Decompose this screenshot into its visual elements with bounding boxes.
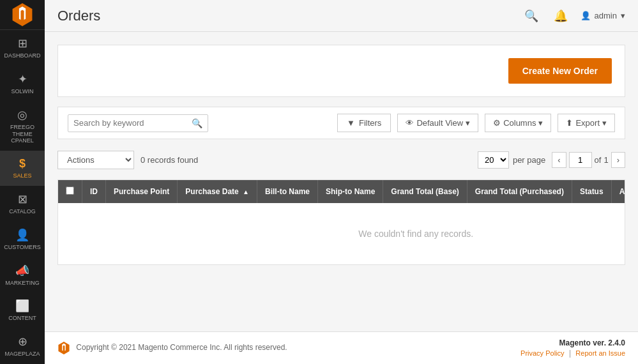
user-avatar-icon: 👤 (581, 11, 591, 20)
actions-left: Actions 0 records found (57, 151, 198, 169)
sidebar-item-freego[interactable]: ◎ FREEGO THEME CPANEL (0, 102, 45, 151)
per-page-select[interactable]: 20 (478, 151, 509, 169)
columns-chevron-icon: ▾ (538, 118, 543, 128)
report-issue-link[interactable]: Report an Issue (575, 349, 625, 357)
dashboard-icon: ⊞ (18, 36, 27, 50)
view-chevron-icon: ▾ (466, 118, 470, 128)
export-icon: ⬆ (566, 118, 573, 128)
export-label: Export (575, 118, 600, 128)
create-new-order-button[interactable]: Create New Order (508, 58, 612, 84)
magento-version: Magento ver. 2.4.0 (559, 338, 625, 347)
copyright-text: Copyright © 2021 Magento Commerce Inc. A… (76, 343, 287, 352)
table-header: ID Purchase Point Purchase Date ▲ Bill-t… (58, 180, 625, 203)
page-of-label: of (595, 155, 602, 165)
sidebar-item-solwin-label: SOLWIN (11, 88, 34, 95)
th-action: Action (611, 180, 625, 203)
marketing-icon: 📣 (15, 264, 29, 278)
table-body: We couldn't find any records. (58, 203, 625, 264)
th-grand-total-purchased: Grand Total (Purchased) (467, 180, 572, 203)
export-chevron-icon: ▾ (602, 118, 607, 128)
th-checkbox (58, 180, 82, 203)
per-page-control: 20 per page (478, 151, 545, 169)
page-number-input[interactable] (569, 152, 592, 168)
th-bill-to-name: Bill-to Name (257, 180, 317, 203)
catalog-icon: ⊠ (18, 192, 27, 206)
mageplaza-icon: ⊕ (18, 335, 27, 349)
page-title: Orders (57, 8, 100, 24)
actions-select[interactable]: Actions (57, 151, 134, 169)
privacy-policy-link[interactable]: Privacy Policy (520, 349, 564, 357)
th-grand-total-base: Grand Total (Base) (383, 180, 467, 203)
content-area: Create New Order 🔍 ▼ Filters 👁 Default V… (45, 32, 638, 331)
sidebar-item-catalog[interactable]: ⊠ CATALOG (0, 186, 45, 222)
search-box: 🔍 (68, 114, 208, 132)
empty-message: We couldn't find any records. (58, 203, 625, 264)
sidebar-item-sales[interactable]: $ SALES (0, 151, 45, 186)
sidebar-item-customers-label: CUSTOMERS (4, 244, 40, 251)
search-button[interactable]: 🔍 (522, 6, 541, 26)
filters-label: Filters (359, 118, 381, 128)
user-menu[interactable]: 👤 admin ▾ (581, 11, 625, 20)
select-all-checkbox[interactable] (66, 186, 74, 195)
sidebar-item-solwin[interactable]: ✦ SOLWIN (0, 66, 45, 102)
default-view-button[interactable]: 👁 Default View ▾ (397, 114, 478, 132)
solwin-icon: ✦ (18, 72, 27, 86)
main-content: Orders 🔍 🔔 👤 admin ▾ Create New Order 🔍 (45, 0, 638, 364)
notifications-button[interactable]: 🔔 (551, 6, 570, 26)
user-name: admin (595, 11, 617, 20)
sidebar-item-content-label: CONTENT (8, 315, 36, 322)
footer-copyright: Copyright © 2021 Magento Commerce Inc. A… (57, 342, 287, 354)
filters-button[interactable]: ▼ Filters (337, 114, 391, 132)
freego-icon: ◎ (17, 108, 27, 122)
topbar: Orders 🔍 🔔 👤 admin ▾ (45, 0, 638, 32)
topbar-right: 🔍 🔔 👤 admin ▾ (522, 6, 625, 26)
toolbar-right: ▼ Filters 👁 Default View ▾ ⚙ Columns ▾ ⬆… (337, 114, 615, 132)
magento-logo-icon (11, 3, 34, 26)
actions-row: Actions 0 records found 20 per page ‹ of… (57, 146, 625, 174)
pagination: ‹ of 1 › (552, 152, 625, 168)
th-purchase-date: Purchase Date ▲ (178, 180, 257, 203)
sidebar-item-dashboard[interactable]: ⊞ DASHBOARD (0, 30, 45, 66)
sidebar-item-marketing[interactable]: 📣 MARKETING (0, 257, 45, 293)
search-input[interactable] (73, 118, 192, 128)
th-purchase-point: Purchase Point (106, 180, 178, 203)
footer-divider: | (569, 349, 571, 358)
user-menu-chevron-icon: ▾ (621, 11, 625, 20)
pagination-prev-button[interactable]: ‹ (552, 152, 566, 168)
sidebar-item-content[interactable]: ⬜ CONTENT (0, 292, 45, 328)
pagination-next-button[interactable]: › (611, 152, 625, 168)
search-icon[interactable]: 🔍 (192, 118, 202, 128)
th-status: Status (572, 180, 611, 203)
footer-right: Magento ver. 2.4.0 Privacy Policy | Repo… (520, 338, 625, 358)
sidebar-item-marketing-label: MARKETING (5, 280, 40, 287)
th-id: ID (82, 180, 106, 203)
sidebar: ⊞ DASHBOARD ✦ SOLWIN ◎ FREEGO THEME CPAN… (0, 0, 45, 364)
per-page-label: per page (513, 155, 545, 165)
export-button[interactable]: ⬆ Export ▾ (558, 114, 615, 132)
empty-row: We couldn't find any records. (58, 203, 625, 264)
toolbar-left: 🔍 (68, 114, 208, 132)
sidebar-item-freego-label: FREEGO THEME CPANEL (3, 124, 42, 144)
content-icon: ⬜ (15, 299, 29, 313)
sidebar-item-customers[interactable]: 👤 CUSTOMERS (0, 222, 45, 257)
actions-dropdown: Actions (57, 151, 134, 169)
sidebar-item-mageplaza[interactable]: ⊕ MAGEPLAZA (0, 328, 45, 364)
sidebar-logo (0, 0, 45, 30)
records-count: 0 records found (141, 155, 198, 165)
footer: Copyright © 2021 Magento Commerce Inc. A… (45, 331, 638, 364)
columns-button[interactable]: ⚙ Columns ▾ (485, 114, 551, 132)
view-label: Default View (416, 118, 463, 128)
th-ship-to-name: Ship-to Name (318, 180, 383, 203)
footer-magento-icon (57, 342, 70, 354)
orders-table-wrapper: ID Purchase Point Purchase Date ▲ Bill-t… (57, 179, 625, 265)
sidebar-item-catalog-label: CATALOG (9, 208, 36, 215)
orders-table: ID Purchase Point Purchase Date ▲ Bill-t… (58, 180, 625, 264)
sidebar-item-mageplaza-label: MAGEPLAZA (4, 351, 40, 358)
sidebar-item-sales-label: SALES (13, 172, 31, 179)
sort-arrow-icon: ▲ (243, 188, 249, 195)
eye-icon: 👁 (406, 118, 414, 128)
sidebar-item-dashboard-label: DASHBOARD (4, 52, 40, 59)
search-filter-toolbar: 🔍 ▼ Filters 👁 Default View ▾ ⚙ Columns ▾ (57, 107, 625, 139)
columns-label: Columns (503, 118, 536, 128)
footer-links: Privacy Policy | Report an Issue (520, 349, 625, 358)
